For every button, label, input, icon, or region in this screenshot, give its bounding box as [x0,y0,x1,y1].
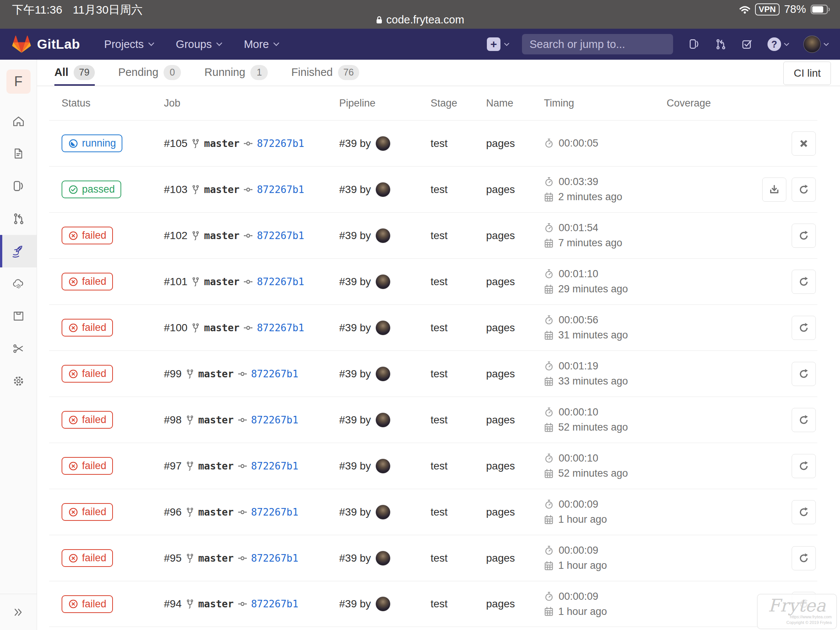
branch-link[interactable]: master [198,368,234,380]
pipeline-author-avatar[interactable] [376,228,390,243]
commit-link[interactable]: 872267b1 [257,322,304,333]
commit-link[interactable]: 872267b1 [251,460,298,472]
sidebar-item-packages[interactable] [0,300,36,332]
job-status-badge[interactable]: failed [62,273,113,291]
job-status-badge[interactable]: running [62,134,122,152]
commit-link[interactable]: 872267b1 [251,507,298,518]
pipeline-link[interactable]: #39 by [339,506,371,518]
branch-link[interactable]: master [204,184,240,195]
job-link[interactable]: #99 [164,368,182,380]
retry-job-button[interactable] [792,224,816,248]
issues-button[interactable] [688,38,700,50]
pipeline-link[interactable]: #39 by [339,137,371,150]
help-button[interactable]: ? [767,37,789,51]
commit-link[interactable]: 872267b1 [257,230,304,242]
sidebar-item-ci-cd[interactable] [0,235,36,267]
sidebar-item-merge-requests[interactable] [0,202,36,235]
project-avatar[interactable]: F [6,69,31,94]
retry-job-button[interactable] [792,546,816,570]
retry-job-button[interactable] [792,177,816,202]
job-status-badge[interactable]: failed [62,595,113,613]
pipeline-author-avatar[interactable] [376,182,390,197]
job-status-badge[interactable]: passed [62,180,121,198]
job-status-badge[interactable]: failed [62,319,113,336]
branch-link[interactable]: master [198,507,234,518]
sidebar-collapse-button[interactable] [0,594,36,630]
job-status-badge[interactable]: failed [62,457,113,475]
branch-link[interactable]: master [204,322,240,333]
retry-job-button[interactable] [792,454,816,478]
pipeline-author-avatar[interactable] [376,274,390,289]
commit-link[interactable]: 872267b1 [251,414,298,426]
download-job-button[interactable] [762,177,786,202]
pipeline-author-avatar[interactable] [376,136,390,151]
ci-lint-button[interactable]: CI lint [783,62,831,85]
tab-running[interactable]: Running1 [204,60,268,86]
branch-link[interactable]: master [204,276,240,287]
job-status-badge[interactable]: failed [62,503,113,521]
job-link[interactable]: #98 [164,414,182,426]
pipeline-link[interactable]: #39 by [339,276,371,288]
branch-link[interactable]: master [198,414,234,426]
sidebar-item-issues[interactable] [0,170,36,202]
job-link[interactable]: #101 [164,276,187,288]
job-status-badge[interactable]: failed [62,411,113,429]
pipeline-link[interactable]: #39 by [339,460,371,472]
nav-menu-projects[interactable]: Projects [104,38,154,51]
commit-link[interactable]: 872267b1 [251,553,298,564]
pipeline-link[interactable]: #39 by [339,598,371,610]
retry-job-button[interactable] [792,316,816,340]
nav-menu-more[interactable]: More [244,38,279,51]
global-search[interactable] [522,34,673,54]
tab-finished[interactable]: Finished76 [291,60,359,86]
nav-menu-groups[interactable]: Groups [176,38,222,51]
sidebar-item-repository[interactable] [0,137,36,170]
branch-link[interactable]: master [204,138,240,149]
branch-link[interactable]: master [198,553,234,564]
pipeline-link[interactable]: #39 by [339,414,371,426]
commit-link[interactable]: 872267b1 [251,368,298,380]
pipeline-link[interactable]: #39 by [339,230,371,242]
pipeline-author-avatar[interactable] [376,551,390,566]
merge-requests-button[interactable] [715,38,727,50]
gitlab-logo-link[interactable]: GitLab [11,35,80,53]
new-menu-button[interactable]: + [487,37,509,51]
retry-job-button[interactable] [792,500,816,524]
job-link[interactable]: #95 [164,552,182,564]
pipeline-author-avatar[interactable] [376,366,390,382]
pipeline-author-avatar[interactable] [376,505,390,520]
job-status-badge[interactable]: failed [62,227,113,245]
user-menu-button[interactable] [804,35,829,53]
job-link[interactable]: #96 [164,506,182,518]
branch-link[interactable]: master [198,460,234,472]
commit-link[interactable]: 872267b1 [251,598,298,609]
todos-button[interactable] [741,38,753,50]
job-status-badge[interactable]: failed [62,549,113,567]
job-link[interactable]: #103 [164,183,187,196]
sidebar-item-operations[interactable] [0,267,36,300]
retry-job-button[interactable] [792,270,816,294]
job-status-badge[interactable]: failed [62,365,113,383]
job-link[interactable]: #94 [164,598,182,610]
sidebar-item-home[interactable] [0,105,36,137]
tab-pending[interactable]: Pending0 [118,60,181,86]
sidebar-item-settings[interactable] [0,365,36,397]
retry-job-button[interactable] [792,408,816,432]
search-input[interactable] [529,38,672,51]
job-link[interactable]: #102 [164,230,187,242]
branch-link[interactable]: master [198,598,234,609]
pipeline-link[interactable]: #39 by [339,368,371,380]
pipeline-author-avatar[interactable] [376,320,390,335]
commit-link[interactable]: 872267b1 [257,276,304,287]
pipeline-author-avatar[interactable] [376,596,390,611]
pipeline-author-avatar[interactable] [376,412,390,428]
pipeline-link[interactable]: #39 by [339,552,371,564]
pipeline-link[interactable]: #39 by [339,183,371,196]
branch-link[interactable]: master [204,230,240,242]
commit-link[interactable]: 872267b1 [257,138,304,149]
browser-address-bar[interactable]: code.frytea.com [0,14,840,26]
retry-job-button[interactable] [792,362,816,386]
pipeline-link[interactable]: #39 by [339,322,371,334]
tab-all[interactable]: All79 [54,60,95,86]
sidebar-item-snippets[interactable] [0,332,36,365]
